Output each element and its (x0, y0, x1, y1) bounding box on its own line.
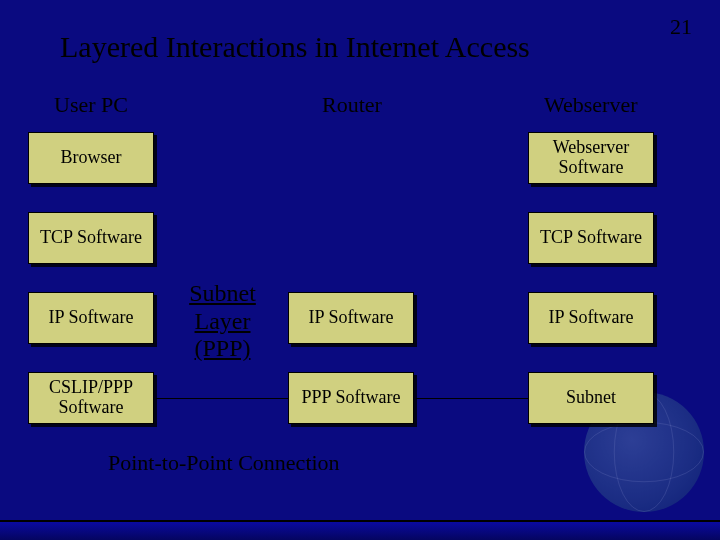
subnet-layer-label: Subnet Layer (PPP) (175, 280, 270, 363)
box-ppp-mid: PPP Software (288, 372, 414, 424)
box-webserver-sw: Webserver Software (528, 132, 654, 184)
box-tcp-left: TCP Software (28, 212, 154, 264)
line-mid-to-right (416, 398, 528, 399)
box-ip-mid: IP Software (288, 292, 414, 344)
slide-title: Layered Interactions in Internet Access (60, 30, 660, 64)
box-browser: Browser (28, 132, 154, 184)
line-left-to-mid (156, 398, 288, 399)
footer-bar (0, 520, 720, 540)
column-header-webserver: Webserver (544, 92, 638, 118)
column-header-router: Router (322, 92, 382, 118)
page-number: 21 (670, 14, 692, 40)
box-subnet: Subnet (528, 372, 654, 424)
box-ip-left: IP Software (28, 292, 154, 344)
box-cslip-ppp: CSLIP/PPP Software (28, 372, 154, 424)
footer-label: Point-to-Point Connection (108, 450, 340, 476)
column-header-user-pc: User PC (54, 92, 128, 118)
box-ip-right: IP Software (528, 292, 654, 344)
box-tcp-right: TCP Software (528, 212, 654, 264)
